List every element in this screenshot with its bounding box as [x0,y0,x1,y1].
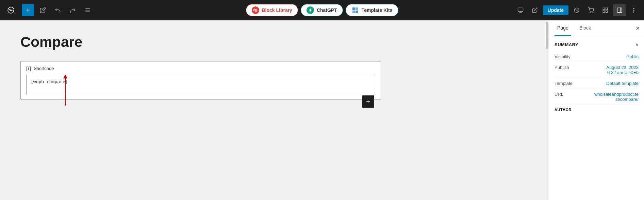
list-view-icon[interactable] [82,4,94,16]
svg-rect-18 [606,8,608,10]
svg-line-14 [575,8,579,12]
url-label: URL [555,92,563,97]
add-block-area: + [20,102,381,114]
block-library-icon: 🛍 [251,6,259,14]
svg-rect-7 [352,11,355,13]
svg-rect-6 [356,7,358,10]
publish-row: Publish August 23, 2023 6:22 am UTC+0 [555,62,639,78]
svg-point-16 [593,12,593,13]
shortcode-block: [/] Shortcode [wopb_compare] [20,61,381,99]
visibility-value[interactable]: Public [627,54,639,59]
svg-rect-19 [603,11,605,13]
url-row: URL wholsaleandproduct.te st/compare/ [555,89,639,105]
toolbar-center-buttons: 🛍 Block Library ✦ ChatGPT Template Kits [246,4,398,16]
external-link-icon[interactable] [529,4,541,16]
author-row: AUTHOR [555,105,639,114]
svg-rect-20 [606,11,608,13]
visibility-label: Visibility [555,54,571,59]
svg-rect-8 [356,11,358,13]
svg-point-15 [590,12,591,13]
url-line2: st/compare/ [594,97,639,102]
svg-point-25 [633,12,634,12]
grid-icon[interactable] [599,4,611,16]
sidebar-header: Page Block ✕ [549,20,644,36]
cart-icon[interactable] [585,4,597,16]
svg-point-24 [633,10,634,11]
template-kits-label: Template Kits [362,7,393,13]
scroll-thumb [546,22,548,49]
shortcode-input[interactable]: [wopb_compare] [26,75,375,95]
summary-title: Summary [555,42,578,47]
scrollbar[interactable] [546,20,549,200]
undo-icon[interactable] [52,4,64,16]
svg-point-23 [633,8,634,9]
more-options-icon[interactable] [628,4,640,16]
wp-logo[interactable] [4,3,18,17]
shortcode-bracket-icon: [/] [26,66,31,71]
update-button[interactable]: Update [543,5,568,15]
add-block-button[interactable]: + [22,4,34,16]
preview-monitor-icon[interactable] [514,4,527,16]
svg-point-1 [10,10,12,11]
visibility-row: Visibility Public [555,51,639,62]
redo-icon[interactable] [67,4,79,16]
chatgpt-icon: ✦ [307,6,314,14]
summary-section: Summary ∧ Visibility Public Publish Augu… [555,42,639,114]
add-block-button-bottom[interactable]: + [362,95,374,108]
editor-area: Compare [/] Shortcode [wopb_compare] + [0,20,546,200]
publish-label: Publish [555,65,569,70]
chatgpt-button[interactable]: ✦ ChatGPT [301,4,343,16]
collapse-icon[interactable]: ∧ [635,42,639,47]
sidebar: Page Block ✕ Summary ∧ Visibility Public [549,20,644,200]
block-library-label: Block Library [262,7,292,13]
close-icon: ✕ [635,25,640,31]
svg-rect-9 [518,8,523,12]
svg-rect-17 [603,8,605,10]
shortcode-header: [/] Shortcode [26,66,375,71]
page-title: Compare [20,34,526,50]
shortcode-label: Shortcode [34,66,54,71]
template-value[interactable]: Default template [606,81,639,86]
sidebar-toggle-icon[interactable] [613,4,626,16]
toolbar-right: Update [514,4,640,16]
shortcode-content: [wopb_compare] [31,79,68,84]
template-kits-icon [351,6,359,14]
template-row: Template Default template [555,78,639,89]
url-line1: wholsaleandproduct.te [594,92,639,97]
toolbar: + 🛍 Block Library [0,0,644,20]
chatgpt-label: ChatGPT [317,7,337,13]
prohibit-icon[interactable] [571,4,583,16]
template-label: Template [555,81,573,86]
sidebar-close-button[interactable]: ✕ [635,25,640,32]
main-layout: Compare [/] Shortcode [wopb_compare] + [0,20,644,200]
publish-line2: 6:22 am UTC+0 [606,70,639,75]
summary-section-header: Summary ∧ [555,42,639,47]
cursor-arrow [63,74,67,106]
svg-rect-21 [617,8,622,13]
tab-page[interactable]: Page [555,20,571,36]
template-kits-button[interactable]: Template Kits [346,4,398,16]
sidebar-content: Summary ∧ Visibility Public Publish Augu… [549,36,644,127]
url-value[interactable]: wholsaleandproduct.te st/compare/ [594,92,639,102]
publish-line1: August 23, 2023 [606,65,639,70]
svg-rect-5 [352,7,355,10]
svg-line-12 [534,8,537,11]
tab-block[interactable]: Block [577,20,594,36]
publish-value[interactable]: August 23, 2023 6:22 am UTC+0 [606,65,639,75]
block-library-button[interactable]: 🛍 Block Library [246,4,298,16]
author-label: AUTHOR [555,108,572,112]
pen-icon[interactable] [37,4,49,16]
